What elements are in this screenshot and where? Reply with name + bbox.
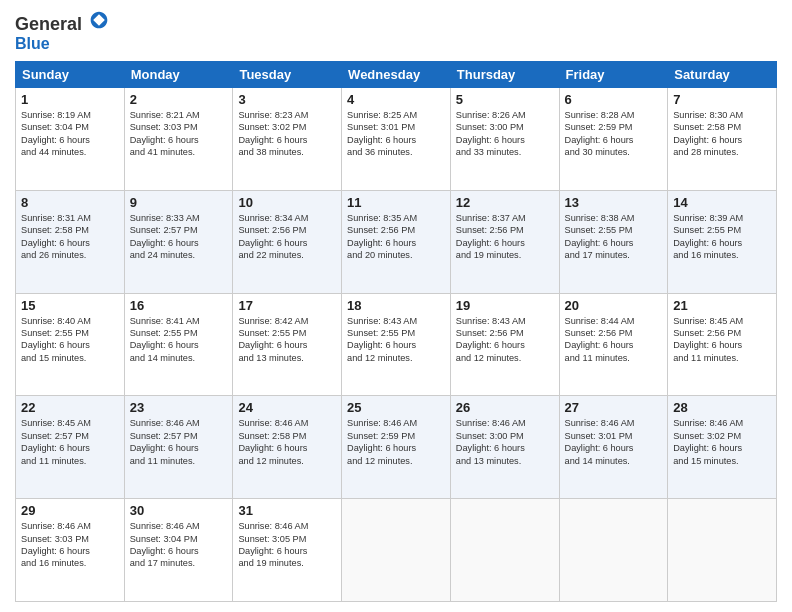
day-cell: 16Sunrise: 8:41 AMSunset: 2:55 PMDayligh… xyxy=(124,293,233,396)
day-header-saturday: Saturday xyxy=(668,62,777,88)
day-content: Sunrise: 8:21 AMSunset: 3:03 PMDaylight:… xyxy=(130,109,228,159)
day-cell: 25Sunrise: 8:46 AMSunset: 2:59 PMDayligh… xyxy=(342,396,451,499)
week-row-5: 29Sunrise: 8:46 AMSunset: 3:03 PMDayligh… xyxy=(16,499,777,602)
day-cell: 5Sunrise: 8:26 AMSunset: 3:00 PMDaylight… xyxy=(450,88,559,191)
day-number: 5 xyxy=(456,92,554,107)
day-number: 2 xyxy=(130,92,228,107)
day-content: Sunrise: 8:31 AMSunset: 2:58 PMDaylight:… xyxy=(21,212,119,262)
day-number: 26 xyxy=(456,400,554,415)
day-number: 7 xyxy=(673,92,771,107)
day-content: Sunrise: 8:26 AMSunset: 3:00 PMDaylight:… xyxy=(456,109,554,159)
day-number: 16 xyxy=(130,298,228,313)
day-cell: 28Sunrise: 8:46 AMSunset: 3:02 PMDayligh… xyxy=(668,396,777,499)
day-cell: 6Sunrise: 8:28 AMSunset: 2:59 PMDaylight… xyxy=(559,88,668,191)
day-number: 9 xyxy=(130,195,228,210)
day-content: Sunrise: 8:40 AMSunset: 2:55 PMDaylight:… xyxy=(21,315,119,365)
day-cell: 9Sunrise: 8:33 AMSunset: 2:57 PMDaylight… xyxy=(124,190,233,293)
day-header-thursday: Thursday xyxy=(450,62,559,88)
day-cell: 29Sunrise: 8:46 AMSunset: 3:03 PMDayligh… xyxy=(16,499,125,602)
page: General Blue SundayMondayTuesdayWednesda… xyxy=(0,0,792,612)
day-number: 10 xyxy=(238,195,336,210)
day-content: Sunrise: 8:23 AMSunset: 3:02 PMDaylight:… xyxy=(238,109,336,159)
day-number: 4 xyxy=(347,92,445,107)
day-content: Sunrise: 8:45 AMSunset: 2:57 PMDaylight:… xyxy=(21,417,119,467)
day-content: Sunrise: 8:34 AMSunset: 2:56 PMDaylight:… xyxy=(238,212,336,262)
day-cell: 21Sunrise: 8:45 AMSunset: 2:56 PMDayligh… xyxy=(668,293,777,396)
day-cell: 17Sunrise: 8:42 AMSunset: 2:55 PMDayligh… xyxy=(233,293,342,396)
day-content: Sunrise: 8:46 AMSunset: 3:05 PMDaylight:… xyxy=(238,520,336,570)
logo-general: General xyxy=(15,10,109,35)
day-content: Sunrise: 8:44 AMSunset: 2:56 PMDaylight:… xyxy=(565,315,663,365)
day-content: Sunrise: 8:39 AMSunset: 2:55 PMDaylight:… xyxy=(673,212,771,262)
day-content: Sunrise: 8:46 AMSunset: 3:00 PMDaylight:… xyxy=(456,417,554,467)
day-header-wednesday: Wednesday xyxy=(342,62,451,88)
day-cell: 22Sunrise: 8:45 AMSunset: 2:57 PMDayligh… xyxy=(16,396,125,499)
day-number: 22 xyxy=(21,400,119,415)
day-number: 20 xyxy=(565,298,663,313)
week-row-4: 22Sunrise: 8:45 AMSunset: 2:57 PMDayligh… xyxy=(16,396,777,499)
logo: General Blue xyxy=(15,10,109,53)
day-header-sunday: Sunday xyxy=(16,62,125,88)
day-number: 23 xyxy=(130,400,228,415)
week-row-1: 1Sunrise: 8:19 AMSunset: 3:04 PMDaylight… xyxy=(16,88,777,191)
day-cell: 27Sunrise: 8:46 AMSunset: 3:01 PMDayligh… xyxy=(559,396,668,499)
day-number: 8 xyxy=(21,195,119,210)
day-cell: 1Sunrise: 8:19 AMSunset: 3:04 PMDaylight… xyxy=(16,88,125,191)
day-number: 6 xyxy=(565,92,663,107)
day-content: Sunrise: 8:43 AMSunset: 2:55 PMDaylight:… xyxy=(347,315,445,365)
day-header-monday: Monday xyxy=(124,62,233,88)
day-cell xyxy=(668,499,777,602)
header: General Blue xyxy=(15,10,777,53)
day-cell: 15Sunrise: 8:40 AMSunset: 2:55 PMDayligh… xyxy=(16,293,125,396)
day-content: Sunrise: 8:41 AMSunset: 2:55 PMDaylight:… xyxy=(130,315,228,365)
week-row-2: 8Sunrise: 8:31 AMSunset: 2:58 PMDaylight… xyxy=(16,190,777,293)
logo-blue: Blue xyxy=(15,35,50,52)
day-content: Sunrise: 8:46 AMSunset: 3:02 PMDaylight:… xyxy=(673,417,771,467)
day-number: 12 xyxy=(456,195,554,210)
day-number: 27 xyxy=(565,400,663,415)
day-cell: 11Sunrise: 8:35 AMSunset: 2:56 PMDayligh… xyxy=(342,190,451,293)
calendar-table: SundayMondayTuesdayWednesdayThursdayFrid… xyxy=(15,61,777,602)
day-cell: 7Sunrise: 8:30 AMSunset: 2:58 PMDaylight… xyxy=(668,88,777,191)
day-content: Sunrise: 8:46 AMSunset: 3:03 PMDaylight:… xyxy=(21,520,119,570)
day-cell: 3Sunrise: 8:23 AMSunset: 3:02 PMDaylight… xyxy=(233,88,342,191)
day-number: 28 xyxy=(673,400,771,415)
day-content: Sunrise: 8:19 AMSunset: 3:04 PMDaylight:… xyxy=(21,109,119,159)
day-content: Sunrise: 8:35 AMSunset: 2:56 PMDaylight:… xyxy=(347,212,445,262)
day-cell xyxy=(450,499,559,602)
day-number: 29 xyxy=(21,503,119,518)
day-content: Sunrise: 8:46 AMSunset: 2:58 PMDaylight:… xyxy=(238,417,336,467)
day-cell: 10Sunrise: 8:34 AMSunset: 2:56 PMDayligh… xyxy=(233,190,342,293)
day-content: Sunrise: 8:28 AMSunset: 2:59 PMDaylight:… xyxy=(565,109,663,159)
day-number: 21 xyxy=(673,298,771,313)
day-number: 31 xyxy=(238,503,336,518)
day-cell: 19Sunrise: 8:43 AMSunset: 2:56 PMDayligh… xyxy=(450,293,559,396)
day-header-tuesday: Tuesday xyxy=(233,62,342,88)
week-row-3: 15Sunrise: 8:40 AMSunset: 2:55 PMDayligh… xyxy=(16,293,777,396)
day-content: Sunrise: 8:45 AMSunset: 2:56 PMDaylight:… xyxy=(673,315,771,365)
day-cell xyxy=(559,499,668,602)
day-cell: 12Sunrise: 8:37 AMSunset: 2:56 PMDayligh… xyxy=(450,190,559,293)
day-cell: 30Sunrise: 8:46 AMSunset: 3:04 PMDayligh… xyxy=(124,499,233,602)
calendar-header-row: SundayMondayTuesdayWednesdayThursdayFrid… xyxy=(16,62,777,88)
day-number: 3 xyxy=(238,92,336,107)
day-number: 15 xyxy=(21,298,119,313)
day-cell: 4Sunrise: 8:25 AMSunset: 3:01 PMDaylight… xyxy=(342,88,451,191)
day-number: 14 xyxy=(673,195,771,210)
day-cell: 18Sunrise: 8:43 AMSunset: 2:55 PMDayligh… xyxy=(342,293,451,396)
day-number: 19 xyxy=(456,298,554,313)
day-content: Sunrise: 8:43 AMSunset: 2:56 PMDaylight:… xyxy=(456,315,554,365)
day-number: 1 xyxy=(21,92,119,107)
day-cell xyxy=(342,499,451,602)
day-cell: 23Sunrise: 8:46 AMSunset: 2:57 PMDayligh… xyxy=(124,396,233,499)
day-content: Sunrise: 8:25 AMSunset: 3:01 PMDaylight:… xyxy=(347,109,445,159)
day-cell: 26Sunrise: 8:46 AMSunset: 3:00 PMDayligh… xyxy=(450,396,559,499)
day-number: 17 xyxy=(238,298,336,313)
day-content: Sunrise: 8:46 AMSunset: 3:04 PMDaylight:… xyxy=(130,520,228,570)
day-content: Sunrise: 8:46 AMSunset: 2:57 PMDaylight:… xyxy=(130,417,228,467)
day-content: Sunrise: 8:46 AMSunset: 3:01 PMDaylight:… xyxy=(565,417,663,467)
day-content: Sunrise: 8:33 AMSunset: 2:57 PMDaylight:… xyxy=(130,212,228,262)
day-cell: 20Sunrise: 8:44 AMSunset: 2:56 PMDayligh… xyxy=(559,293,668,396)
day-content: Sunrise: 8:37 AMSunset: 2:56 PMDaylight:… xyxy=(456,212,554,262)
day-number: 25 xyxy=(347,400,445,415)
